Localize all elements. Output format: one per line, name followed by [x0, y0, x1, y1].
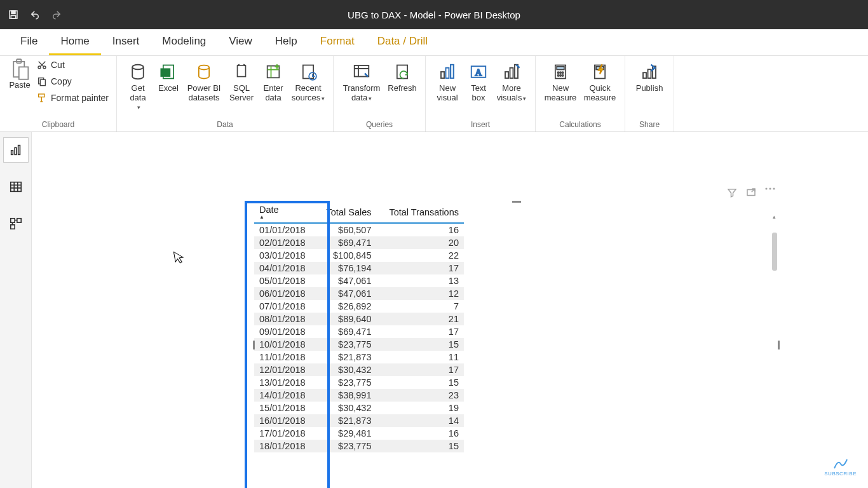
svg-point-35	[557, 75, 559, 76]
filter-icon[interactable]	[726, 187, 738, 198]
svg-point-33	[560, 72, 561, 73]
report-canvas[interactable]: Date ▲ Total Sales Total Transations 01/…	[32, 132, 868, 488]
cut-button[interactable]: Cut	[34, 58, 111, 71]
svg-point-37	[562, 75, 563, 76]
table-row[interactable]: 05/01/2018$47,06113	[254, 274, 464, 287]
tab-file[interactable]: File	[9, 29, 49, 55]
text-box-button[interactable]: A Text box	[464, 58, 493, 105]
sql-server-label: SQL Server	[226, 84, 257, 103]
table-row[interactable]: 09/01/2018$69,47117	[254, 325, 464, 338]
table-row[interactable]: 01/01/2018$60,50716	[254, 223, 464, 236]
scroll-thumb[interactable]	[772, 233, 777, 271]
nav-model-view[interactable]	[3, 211, 29, 236]
refresh-icon	[391, 61, 413, 83]
cell-sales: $21,873	[316, 351, 377, 363]
tab-modeling[interactable]: Modeling	[151, 29, 217, 55]
table-row[interactable]: 14/01/2018$38,99123	[254, 389, 464, 402]
svg-rect-5	[19, 67, 29, 79]
nav-report-view[interactable]	[3, 137, 29, 163]
svg-rect-22	[441, 72, 444, 78]
svg-rect-23	[446, 68, 449, 78]
paste-icon[interactable]	[10, 58, 29, 80]
refresh-label: Refresh	[388, 84, 417, 93]
tab-insert[interactable]: Insert	[101, 29, 151, 55]
more-visuals-button[interactable]: More visuals▾	[493, 58, 530, 105]
transform-data-button[interactable]: Transform data▾	[339, 58, 384, 105]
excel-button[interactable]: X Excel	[154, 58, 183, 96]
table-row[interactable]: 06/01/2018$47,06112	[254, 287, 464, 300]
table-row[interactable]: 12/01/2018$30,43217	[254, 363, 464, 376]
new-measure-label: New measure	[542, 84, 579, 103]
tab-format[interactable]: Format	[309, 29, 366, 55]
col-header-date[interactable]: Date ▲	[254, 202, 316, 223]
table-row[interactable]: 08/01/2018$89,64021	[254, 313, 464, 325]
publish-icon	[639, 61, 660, 83]
format-painter-button[interactable]: Format painter	[34, 92, 111, 104]
nav-data-view[interactable]	[3, 174, 29, 200]
table-row[interactable]: 03/01/2018$100,84522	[254, 249, 464, 262]
table-row[interactable]: 04/01/2018$76,19417	[254, 262, 464, 274]
left-nav	[0, 132, 32, 488]
resize-handle-left[interactable]	[253, 341, 255, 349]
table-row[interactable]: 13/01/2018$23,77515	[254, 376, 464, 389]
recent-sources-button[interactable]: Recent sources▾	[288, 58, 328, 105]
cell-date: 09/01/2018	[254, 325, 316, 338]
cell-sales: $29,481	[316, 427, 377, 440]
table-row[interactable]: 07/01/2018$26,8927	[254, 300, 464, 313]
sort-ascending-icon: ▲	[259, 215, 311, 220]
new-measure-icon	[550, 61, 571, 83]
table-visual[interactable]: Date ▲ Total Sales Total Transations 01/…	[254, 202, 778, 488]
undo-icon[interactable]	[29, 9, 41, 20]
group-label-calc: Calculations	[541, 119, 620, 132]
redo-icon[interactable]	[51, 9, 62, 20]
svg-rect-47	[10, 219, 14, 222]
sql-server-button[interactable]: SQL Server	[225, 58, 258, 105]
new-visual-icon	[437, 61, 458, 83]
cell-trans: 13	[376, 274, 464, 287]
table-row[interactable]: 02/01/2018$69,47120	[254, 236, 464, 249]
table-row[interactable]: 10/01/2018$23,77515	[254, 338, 464, 351]
cell-date: 06/01/2018	[254, 287, 316, 300]
focus-mode-icon[interactable]	[745, 187, 757, 198]
chevron-down-icon: ▾	[523, 95, 526, 102]
svg-rect-9	[40, 79, 45, 85]
publish-button[interactable]: Publish	[630, 58, 668, 96]
table-row[interactable]: 16/01/2018$21,87314	[254, 414, 464, 427]
new-measure-button[interactable]: New measure	[541, 58, 580, 105]
svg-rect-24	[451, 65, 454, 78]
new-visual-button[interactable]: New visual	[431, 58, 464, 105]
col-header-sales[interactable]: Total Sales	[316, 202, 377, 223]
vertical-scrollbar[interactable]: ▴	[771, 214, 777, 488]
tab-data-drill[interactable]: Data / Drill	[366, 29, 439, 55]
more-options-icon[interactable]	[764, 187, 776, 198]
resize-handle-right[interactable]	[778, 341, 780, 349]
svg-rect-10	[39, 94, 44, 97]
get-data-label: Get data	[123, 84, 153, 103]
table-row[interactable]: 15/01/2018$30,43219	[254, 402, 464, 414]
pbi-datasets-button[interactable]: Power BI datasets	[183, 58, 225, 105]
cell-sales: $89,640	[316, 313, 377, 325]
scroll-up-icon[interactable]: ▴	[771, 214, 777, 221]
copy-button[interactable]: Copy	[34, 75, 111, 88]
cell-date: 11/01/2018	[254, 351, 316, 363]
refresh-button[interactable]: Refresh	[384, 58, 420, 96]
table-row[interactable]: 11/01/2018$21,87311	[254, 351, 464, 363]
tab-help[interactable]: Help	[264, 29, 309, 55]
resize-handle-top[interactable]	[512, 201, 521, 203]
svg-point-53	[773, 187, 775, 189]
get-data-button[interactable]: Get data ▾	[122, 58, 154, 113]
tab-view[interactable]: View	[217, 29, 264, 55]
table-row[interactable]: 18/01/2018$23,77515	[254, 440, 464, 452]
enter-data-button[interactable]: Enter data	[258, 58, 288, 105]
copy-label: Copy	[51, 76, 72, 86]
svg-rect-43	[11, 151, 13, 154]
subscribe-label: SUBSCRIBE	[824, 471, 857, 477]
cell-trans: 17	[376, 363, 464, 376]
tab-home[interactable]: Home	[49, 29, 100, 55]
new-visual-label: New visual	[432, 84, 463, 103]
col-header-trans[interactable]: Total Transations	[376, 202, 464, 223]
cell-date: 08/01/2018	[254, 313, 316, 325]
quick-measure-button[interactable]: Quick measure	[580, 58, 620, 105]
table-row[interactable]: 17/01/2018$29,48116	[254, 427, 464, 440]
save-icon[interactable]	[8, 9, 19, 20]
